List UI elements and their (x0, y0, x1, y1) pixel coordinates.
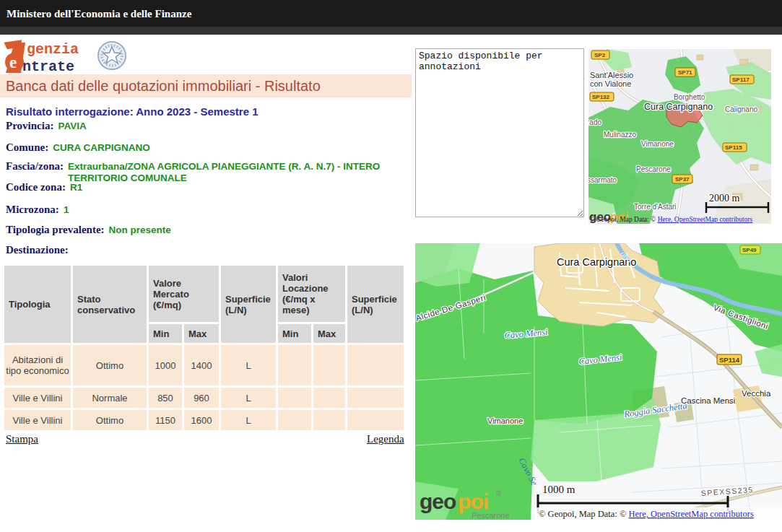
cell-vl-min (278, 345, 311, 385)
sp37-badge: SP37 (675, 176, 690, 183)
map-attribution: © Geopoi, Map Data: © Here, OpenStreetMa… (589, 216, 753, 223)
annotations-textarea[interactable]: Spazio disponibile per annotazioni (415, 48, 584, 217)
col-header-vm-min: Min (149, 324, 182, 343)
pescarone-label: Pescarone (636, 165, 671, 173)
fascia-zona-value: Extraurbana/ZONA AGRICOLA PIANEGGIANTE (… (68, 160, 409, 184)
logo-text-entrate: ntrate (22, 58, 74, 74)
page-title: Banca dati delle quotazioni immobiliari … (0, 74, 412, 95)
provincia-value: PAVIA (58, 120, 86, 131)
col-header-tipologia: Tipologia (4, 266, 71, 343)
cell-stato: Normale (73, 388, 147, 408)
cell-vm-min: 850 (149, 388, 182, 408)
codice-zona-label: Codice zona: (6, 181, 66, 193)
ssarmato-label: ssarmato (588, 176, 617, 184)
cell-superficie-1: L (221, 388, 276, 408)
cell-stato: Ottimo (73, 410, 147, 430)
cell-vm-min: 1150 (149, 410, 182, 430)
tipologia-prevalente-label: Tipologia prevalente: (6, 224, 105, 236)
svg-text:e: e (9, 53, 17, 71)
col-header-superficie-2: Superficie (L/N) (347, 266, 404, 343)
field-tipologia-prevalente: Tipologia prevalente: Non presente (6, 224, 171, 236)
sp115-badge: SP115 (725, 144, 742, 151)
sp2-badge: SP2 (594, 52, 606, 58)
table-row: Ville e Villini Normale 850 960 L (4, 388, 404, 408)
cell-vl-min (278, 388, 311, 408)
table-row: Abitazioni di tipo economico Ottimo 1000… (4, 345, 404, 385)
col-header-vm-max: Max (184, 324, 219, 343)
sp132-badge: SP132 (592, 94, 610, 100)
cell-vl-min (278, 410, 311, 430)
cell-vl-max (313, 388, 345, 408)
col-header-stato: Stato conservativo (73, 266, 147, 343)
col-header-vl-max: Max (313, 324, 345, 343)
cura-carpignano-label: Cura Carpignano (644, 102, 713, 112)
page-title-band: Banca dati delle quotazioni immobiliari … (0, 74, 412, 97)
sp117-badge: SP117 (732, 77, 750, 83)
scale-label: 1000 m (542, 484, 575, 495)
logo-text-agenzia: genzia (27, 41, 79, 58)
torre-dastari-label: Torre d'Astari (634, 203, 677, 211)
col-header-valori-locazione: Valori Locazione (€/mq x mese) (278, 266, 345, 322)
calignano-label: Calignano (725, 105, 757, 113)
cell-superficie-1: L (221, 345, 276, 385)
cell-vl-max (313, 410, 345, 430)
field-provincia: Provincia: PAVIA (6, 120, 87, 132)
cell-vm-max: 1600 (184, 410, 219, 430)
cell-superficie-1: L (221, 410, 276, 430)
legenda-link[interactable]: Legenda (367, 433, 404, 445)
field-microzona: Microzona: 1 (6, 204, 69, 216)
here-link[interactable]: Here, (658, 216, 673, 223)
sp114-badge: SP114 (719, 356, 740, 364)
comune-value: CURA CARPIGNANO (53, 141, 150, 153)
cell-tipologia: Ville e Villini (4, 410, 71, 430)
cascina-mensi-label: Cascina Mensi (681, 396, 735, 405)
provincia-label: Provincia: (6, 120, 53, 132)
topbar-strip (0, 27, 782, 35)
comune-label: Comune: (6, 141, 48, 154)
detail-map[interactable]: SP49 SP114 Cura Carpignano ona Alcide De… (415, 243, 782, 520)
cell-vm-max: 960 (184, 388, 219, 408)
vimanone-label: Vimanone (487, 417, 523, 425)
borghetto-label: Borghetto (674, 93, 705, 101)
destinazione-label: Destinazione: (6, 244, 69, 256)
ministry-title: Ministero dell'Economia e delle Finanze (6, 8, 191, 20)
sp49-badge: SP49 (742, 247, 757, 253)
tipologia-prevalente-value: Non presente (109, 224, 171, 235)
scale-label: 2000 m (709, 193, 740, 204)
col-header-vl-min: Min (278, 324, 311, 343)
cell-superficie-2 (347, 388, 404, 408)
svg-text:poi: poi (458, 489, 488, 513)
italy-emblem-icon (98, 42, 126, 69)
cell-tipologia: Abitazioni di tipo economico (4, 345, 71, 385)
cell-tipologia: Ville e Villini (4, 388, 71, 408)
cell-vm-min: 1000 (149, 345, 182, 385)
microzona-value: 1 (64, 204, 69, 215)
rado-label: rado (588, 118, 601, 126)
santalessio-label-1: Sant'Alessio (590, 71, 633, 79)
mulinazzo-label: Mulinazzo (604, 131, 636, 139)
santalessio-label-2: con Vialone (590, 79, 631, 88)
field-codice-zona: Codice zona: R1 (6, 181, 82, 193)
cell-superficie-2 (347, 345, 404, 385)
overview-map[interactable]: SP2 SP71 SP117 SP132 SP115 SP37 Sant'Ale… (588, 49, 771, 224)
col-header-valore-mercato: Valore Mercato (€/mq) (149, 266, 219, 322)
sp71-badge: SP71 (678, 69, 692, 76)
microzona-label: Microzona: (6, 204, 59, 216)
page: Ministero dell'Economia e delle Finanze … (0, 0, 782, 532)
cell-vl-max (313, 345, 345, 385)
table-row: Ville e Villini Ottimo 1150 1600 L (4, 410, 404, 430)
svg-text:®: ® (496, 489, 502, 497)
osm-link[interactable]: OpenStreetMap contributors (648, 509, 754, 519)
stampa-link[interactable]: Stampa (6, 433, 38, 445)
codice-zona-value: R1 (70, 181, 82, 193)
agenzia-entrate-logo: e genzia ntrate (4, 40, 130, 74)
vecchia-label: Vecchia (742, 389, 771, 398)
field-destinazione: Destinazione: (6, 244, 73, 256)
result-heading: Risultato interrogazione: Anno 2023 - Se… (6, 105, 259, 118)
cell-superficie-2 (347, 410, 404, 430)
cell-vm-max: 1400 (184, 345, 219, 385)
fascia-zona-label: Fascia/zona: (6, 160, 64, 173)
vimanone-label: Vimanone (641, 140, 674, 148)
osm-link[interactable]: OpenStreetMap contributors (672, 216, 752, 223)
here-link[interactable]: Here, (629, 509, 648, 519)
